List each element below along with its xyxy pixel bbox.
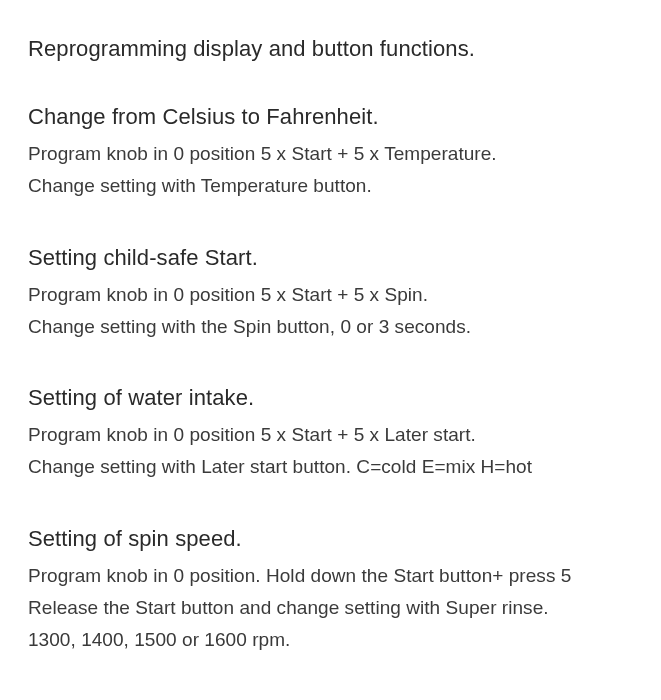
section-line: Release the Start button and change sett… [28,592,633,624]
section-line: Change setting with the Spin button, 0 o… [28,311,633,343]
section-line: Program knob in 0 position 5 x Start + 5… [28,419,633,451]
section-child-safe-start: Setting child-safe Start. Program knob i… [28,245,633,344]
section-water-intake: Setting of water intake. Program knob in… [28,385,633,484]
section-line: Program knob in 0 position 5 x Start + 5… [28,138,633,170]
section-heading: Change from Celsius to Fahrenheit. [28,104,633,130]
section-spin-speed: Setting of spin speed. Program knob in 0… [28,526,633,657]
section-heading: Setting of water intake. [28,385,633,411]
section-heading: Setting of spin speed. [28,526,633,552]
section-line: Change setting with Temperature button. [28,170,633,202]
section-line: Change setting with Later start button. … [28,451,633,483]
section-celsius-fahrenheit: Change from Celsius to Fahrenheit. Progr… [28,104,633,203]
section-heading: Setting child-safe Start. [28,245,633,271]
section-line: Program knob in 0 position. Hold down th… [28,560,633,592]
page-title: Reprogramming display and button functio… [28,36,633,62]
section-line: Program knob in 0 position 5 x Start + 5… [28,279,633,311]
section-line: 1300, 1400, 1500 or 1600 rpm. [28,624,633,656]
